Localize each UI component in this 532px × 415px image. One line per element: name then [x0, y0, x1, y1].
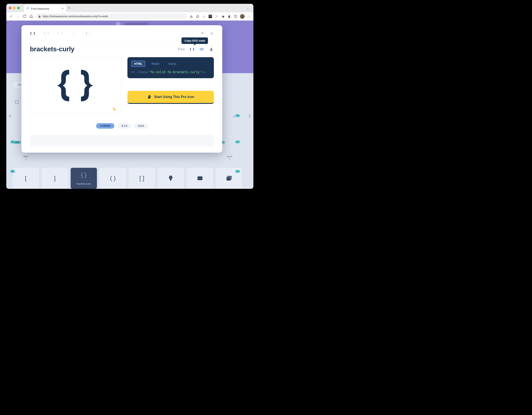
- new-badge: N: [10, 141, 15, 143]
- new-badge: N: [10, 170, 15, 173]
- grid-item-bracket-square[interactable]: [ bracket-square: [13, 168, 39, 189]
- grid-item-brain-circuit[interactable]: brain-circuit: [158, 168, 184, 189]
- icon-title: brackets-curly: [30, 45, 75, 53]
- tab-title: Font Awesome: [31, 7, 49, 10]
- brackets-curly-icon: { }: [81, 171, 86, 178]
- carousel-prev-button[interactable]: ‹: [9, 111, 11, 120]
- modal-footer: [30, 135, 214, 146]
- code-panel: HTML React Vue.js <i class="fa-solid fa-…: [127, 57, 214, 78]
- icon-preview-panel: [30, 57, 120, 114]
- browser-titlebar: Font Awesome × + ⌄: [6, 4, 253, 12]
- tabs-dropdown-button[interactable]: ⌄: [247, 6, 251, 10]
- tab-close-button[interactable]: ×: [62, 7, 64, 10]
- style-light-button[interactable]: [58, 31, 63, 36]
- panel-icon[interactable]: [234, 15, 238, 18]
- svg-rect-4: [234, 15, 237, 18]
- close-modal-button[interactable]: [210, 31, 214, 36]
- grid-item-brackets-curly[interactable]: { } brackets-curly: [71, 168, 97, 189]
- grid-item-bracket-square-right[interactable]: ] bracket-square-right: [42, 168, 68, 189]
- extension-icon-1[interactable]: ◎: [202, 15, 206, 18]
- browser-window: Font Awesome × + ⌄ https://fontawesome.c…: [6, 4, 253, 189]
- reload-button[interactable]: [22, 14, 27, 19]
- svg-rect-1: [209, 15, 212, 18]
- extensions-icon[interactable]: [221, 15, 225, 18]
- copy-svg-button[interactable]: Copy SVG code: [199, 47, 204, 52]
- code-snippet[interactable]: <i class="fa-solid fa-brackets-curly"><: [131, 70, 210, 74]
- cta-label: Start Using This Pro Icon: [154, 95, 194, 99]
- tag-category[interactable]: CODING: [96, 123, 114, 129]
- new-badge: V: [235, 170, 240, 173]
- window-maximize-button[interactable]: [17, 7, 20, 9]
- lock-icon: [38, 15, 41, 18]
- download-button[interactable]: [209, 47, 214, 52]
- brain-circuit-icon: [168, 175, 174, 181]
- copy-svg-tooltip: Copy SVG code: [181, 38, 208, 44]
- new-tab-button[interactable]: +: [68, 6, 70, 10]
- grid-item-brackets-square[interactable]: [ ] brackets-square: [129, 168, 155, 189]
- style-solid-button[interactable]: [30, 31, 35, 36]
- extension-icon-2[interactable]: [208, 15, 212, 18]
- brackets-square-icon-grid: [ ]: [139, 175, 144, 182]
- code-prefix: <i class=": [131, 70, 150, 74]
- extension-icon-3[interactable]: ✦: [215, 15, 218, 18]
- style-duotone-button[interactable]: [85, 31, 91, 36]
- new-badge: V: [235, 114, 240, 117]
- browser-tab[interactable]: Font Awesome ×: [24, 5, 66, 12]
- start-using-pro-button[interactable]: Start Using This Pro Icon: [127, 91, 214, 104]
- browser-menu-button[interactable]: ⋮: [247, 14, 251, 19]
- forward-button[interactable]: [16, 14, 20, 19]
- browsers-icon: [226, 175, 232, 181]
- bracket-square-icon: [: [25, 175, 27, 182]
- share-icon[interactable]: [190, 15, 193, 18]
- toolbar-icons: ◎ ✦ ⋮: [190, 14, 251, 19]
- brackets-round-icon: ( ): [110, 175, 115, 182]
- star-icon[interactable]: [196, 15, 200, 18]
- url-bar[interactable]: https://fontawesome.com/icons/brackets-c…: [36, 13, 187, 19]
- flag-icon: [27, 7, 29, 10]
- open-external-button[interactable]: [200, 31, 204, 36]
- flask-icon[interactable]: [227, 15, 231, 18]
- window-minimize-button[interactable]: [13, 7, 16, 9]
- new-badge: V: [235, 141, 240, 143]
- code-class: fa-solid fa-brackets-curly: [150, 70, 200, 74]
- browser-toolbar: https://fontawesome.com/icons/brackets-c…: [6, 12, 253, 21]
- svg-point-3: [210, 16, 211, 16]
- tag-version-2[interactable]: 6.0.0: [134, 123, 148, 129]
- style-regular-button[interactable]: [44, 31, 49, 36]
- rocket-icon: [147, 94, 152, 99]
- grid-item-label: binac: [13, 155, 39, 160]
- svg-rect-6: [198, 176, 202, 180]
- style-variants-row: [30, 31, 214, 36]
- dark-mode-toggle[interactable]: [113, 107, 117, 111]
- copy-glyph-button[interactable]: [190, 47, 194, 52]
- profile-avatar[interactable]: [240, 14, 245, 19]
- grid-item-label: ound-t: [217, 155, 243, 160]
- tag-version-1[interactable]: 5.7.0: [118, 123, 131, 129]
- grid-item-label: brackets-curly: [76, 182, 91, 185]
- code-tabs: HTML React Vue.js: [131, 61, 210, 67]
- browser-icon: [197, 175, 203, 181]
- page-background: × </> ‹ › ba ry NEW binac: [6, 21, 253, 189]
- code-tab-react[interactable]: React: [149, 61, 162, 66]
- select-all-checkbox[interactable]: [15, 101, 19, 104]
- unicode-value[interactable]: f7ea: [178, 47, 185, 51]
- svg-point-2: [209, 16, 210, 16]
- icon-detail-modal: brackets-curly f7ea Copy SVG code: [21, 25, 222, 153]
- traffic-lights: [9, 7, 20, 9]
- carousel-next-button[interactable]: ›: [248, 111, 251, 120]
- brackets-curly-preview-icon: [54, 68, 96, 104]
- grid-item-browser[interactable]: browser: [187, 168, 213, 189]
- modal-body: HTML React Vue.js <i class="fa-solid fa-…: [30, 57, 214, 114]
- code-tab-vue[interactable]: Vue.js: [165, 61, 179, 66]
- home-button[interactable]: [29, 14, 33, 19]
- url-text: https://fontawesome.com/icons/brackets-c…: [42, 15, 108, 18]
- window-close-button[interactable]: [9, 7, 11, 9]
- code-tab-html[interactable]: HTML: [131, 61, 145, 67]
- modal-header: brackets-curly f7ea Copy SVG code: [30, 45, 214, 53]
- code-suffix: "><: [200, 70, 205, 74]
- back-button[interactable]: [9, 14, 13, 19]
- bracket-square-right-icon: ]: [54, 175, 56, 182]
- style-thin-button[interactable]: [72, 31, 77, 36]
- grid-item-label: ry: [221, 115, 247, 117]
- grid-item-brackets-round[interactable]: ( ) brackets-round: [100, 168, 126, 189]
